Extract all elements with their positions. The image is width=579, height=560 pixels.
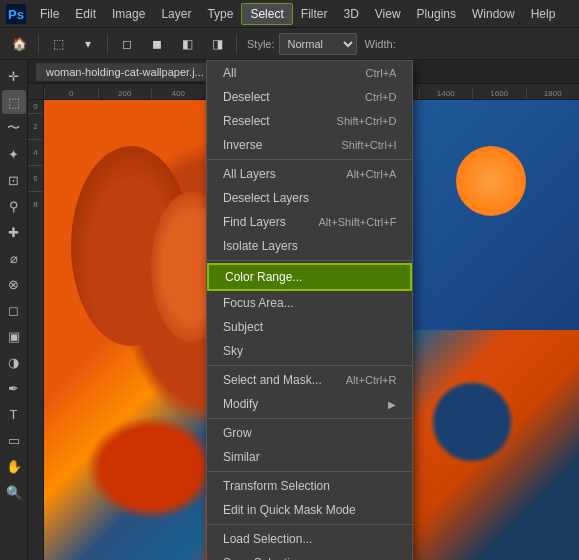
menu-item-grow-label: Grow xyxy=(223,426,252,440)
ruler-corner xyxy=(28,84,44,100)
tool-hand[interactable]: ✋ xyxy=(2,454,26,478)
menu-item-reselect[interactable]: Reselect Shift+Ctrl+D xyxy=(207,109,412,133)
menu-item-deselect-shortcut: Ctrl+D xyxy=(365,91,396,103)
sep5 xyxy=(207,471,412,472)
menu-help[interactable]: Help xyxy=(523,4,564,24)
menu-item-all-layers-shortcut: Alt+Ctrl+A xyxy=(346,168,396,180)
menu-item-transform-selection[interactable]: Transform Selection xyxy=(207,474,412,498)
menu-layer[interactable]: Layer xyxy=(153,4,199,24)
menu-bar: Ps File Edit Image Layer Type Select Fil… xyxy=(0,0,579,28)
menu-file[interactable]: File xyxy=(32,4,67,24)
tool-shape[interactable]: ▭ xyxy=(2,428,26,452)
menu-item-subject-label: Subject xyxy=(223,320,263,334)
menu-item-inverse-label: Inverse xyxy=(223,138,262,152)
menu-item-quick-mask[interactable]: Edit in Quick Mask Mode xyxy=(207,498,412,522)
menu-item-reselect-label: Reselect xyxy=(223,114,270,128)
menu-item-find-layers-label: Find Layers xyxy=(223,215,286,229)
canvas-area: woman-holding-cat-wallpaper.j... 0 200 4… xyxy=(28,60,579,560)
menu-3d[interactable]: 3D xyxy=(335,4,366,24)
menu-item-color-range[interactable]: Color Range... xyxy=(207,263,412,291)
menu-item-isolate-layers[interactable]: Isolate Layers xyxy=(207,234,412,258)
tool-b[interactable]: ◼ xyxy=(144,31,170,57)
menu-item-select-mask[interactable]: Select and Mask... Alt+Ctrl+R xyxy=(207,368,412,392)
marquee-options[interactable]: ▾ xyxy=(75,31,101,57)
tick-400: 400 xyxy=(151,89,205,99)
style-label: Style: xyxy=(247,38,275,50)
marquee-rect-btn[interactable]: ⬚ xyxy=(45,31,71,57)
tool-a[interactable]: ◻ xyxy=(114,31,140,57)
tool-crop[interactable]: ⊡ xyxy=(2,168,26,192)
menu-view[interactable]: View xyxy=(367,4,409,24)
menu-item-deselect[interactable]: Deselect Ctrl+D xyxy=(207,85,412,109)
sep3 xyxy=(236,34,237,54)
tool-healing[interactable]: ✚ xyxy=(2,220,26,244)
tool-eyedropper[interactable]: ⚲ xyxy=(2,194,26,218)
tick-1400: 1400 xyxy=(419,89,473,99)
menu-item-select-mask-label: Select and Mask... xyxy=(223,373,322,387)
tool-d[interactable]: ◨ xyxy=(204,31,230,57)
style-select[interactable]: Normal xyxy=(279,33,357,55)
tool-pen[interactable]: ✒ xyxy=(2,376,26,400)
tick-200: 200 xyxy=(98,89,152,99)
tool-marquee[interactable]: ⬚ xyxy=(2,90,26,114)
menu-item-deselect-layers-label: Deselect Layers xyxy=(223,191,309,205)
menu-item-load-label: Load Selection... xyxy=(223,532,312,546)
v-tick-8: 8 xyxy=(28,192,43,217)
menu-item-similar-label: Similar xyxy=(223,450,260,464)
menu-item-all[interactable]: All Ctrl+A xyxy=(207,61,412,85)
menu-item-find-layers[interactable]: Find Layers Alt+Shift+Ctrl+F xyxy=(207,210,412,234)
menu-item-inverse-shortcut: Shift+Ctrl+I xyxy=(341,139,396,151)
menu-filter[interactable]: Filter xyxy=(293,4,336,24)
menu-edit[interactable]: Edit xyxy=(67,4,104,24)
tool-dodge[interactable]: ◑ xyxy=(2,350,26,374)
menu-item-subject[interactable]: Subject xyxy=(207,315,412,339)
menu-item-transform-label: Transform Selection xyxy=(223,479,330,493)
menu-window[interactable]: Window xyxy=(464,4,523,24)
menu-item-select-mask-shortcut: Alt+Ctrl+R xyxy=(346,374,397,386)
app-logo: Ps xyxy=(4,2,28,26)
main-area: ✛ ⬚ 〜 ✦ ⊡ ⚲ ✚ ⌀ ⊗ ◻ ▣ ◑ ✒ T ▭ ✋ 🔍 woman-… xyxy=(0,60,579,560)
menu-item-sky[interactable]: Sky xyxy=(207,339,412,363)
menu-item-deselect-label: Deselect xyxy=(223,90,270,104)
tick-0: 0 xyxy=(44,89,98,99)
tool-lasso[interactable]: 〜 xyxy=(2,116,26,140)
menu-item-color-range-label: Color Range... xyxy=(225,270,302,284)
menu-item-save-selection[interactable]: Save Selection... xyxy=(207,551,412,560)
tool-gradient[interactable]: ▣ xyxy=(2,324,26,348)
menu-item-similar[interactable]: Similar xyxy=(207,445,412,469)
menu-item-find-layers-shortcut: Alt+Shift+Ctrl+F xyxy=(319,216,397,228)
ruler-vertical: 0 2 4 6 8 xyxy=(28,100,44,560)
v-tick-6: 6 xyxy=(28,166,43,192)
menu-item-all-layers[interactable]: All Layers Alt+Ctrl+A xyxy=(207,162,412,186)
tool-clone[interactable]: ⊗ xyxy=(2,272,26,296)
menu-image[interactable]: Image xyxy=(104,4,153,24)
menu-item-focus-area[interactable]: Focus Area... xyxy=(207,291,412,315)
menu-item-grow[interactable]: Grow xyxy=(207,421,412,445)
menu-item-all-label: All xyxy=(223,66,236,80)
sep1 xyxy=(207,159,412,160)
sep2 xyxy=(207,260,412,261)
sep3 xyxy=(207,365,412,366)
menu-select[interactable]: Select xyxy=(241,3,292,25)
home-btn[interactable]: 🏠 xyxy=(6,31,32,57)
menu-plugins[interactable]: Plugins xyxy=(409,4,464,24)
tool-text[interactable]: T xyxy=(2,402,26,426)
tool-zoom[interactable]: 🔍 xyxy=(2,480,26,504)
menu-type[interactable]: Type xyxy=(199,4,241,24)
tool-c[interactable]: ◧ xyxy=(174,31,200,57)
document-tab[interactable]: woman-holding-cat-wallpaper.j... xyxy=(36,63,215,81)
modify-arrow-icon: ▶ xyxy=(388,399,396,410)
menu-item-load-selection[interactable]: Load Selection... xyxy=(207,527,412,551)
menu-item-reselect-shortcut: Shift+Ctrl+D xyxy=(337,115,397,127)
tool-magic-wand[interactable]: ✦ xyxy=(2,142,26,166)
menu-item-modify[interactable]: Modify ▶ xyxy=(207,392,412,416)
menu-item-inverse[interactable]: Inverse Shift+Ctrl+I xyxy=(207,133,412,157)
tool-move[interactable]: ✛ xyxy=(2,64,26,88)
menu-item-all-layers-label: All Layers xyxy=(223,167,276,181)
tool-brush[interactable]: ⌀ xyxy=(2,246,26,270)
width-label: Width: xyxy=(365,38,396,50)
tool-eraser[interactable]: ◻ xyxy=(2,298,26,322)
sun-circle xyxy=(456,146,526,216)
menu-item-deselect-layers[interactable]: Deselect Layers xyxy=(207,186,412,210)
sep6 xyxy=(207,524,412,525)
